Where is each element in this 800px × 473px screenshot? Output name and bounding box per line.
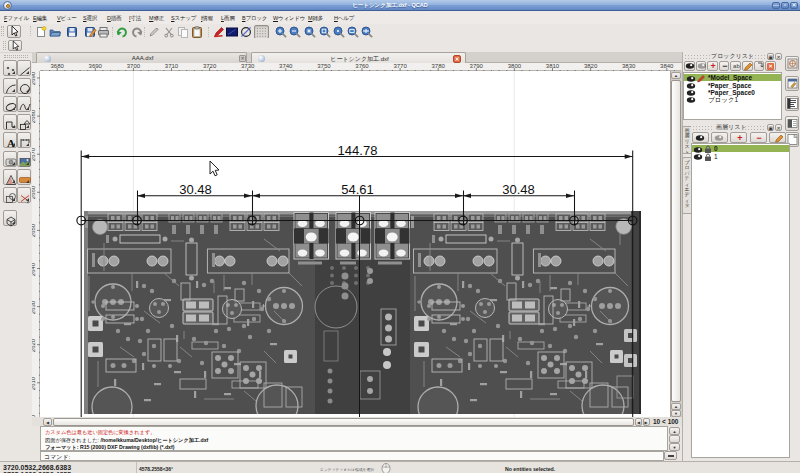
svg-text:30.48: 30.48 <box>502 182 535 197</box>
svg-text:54.61: 54.61 <box>341 182 374 197</box>
svg-text:30.48: 30.48 <box>179 182 212 197</box>
svg-text:144.78: 144.78 <box>338 143 378 158</box>
